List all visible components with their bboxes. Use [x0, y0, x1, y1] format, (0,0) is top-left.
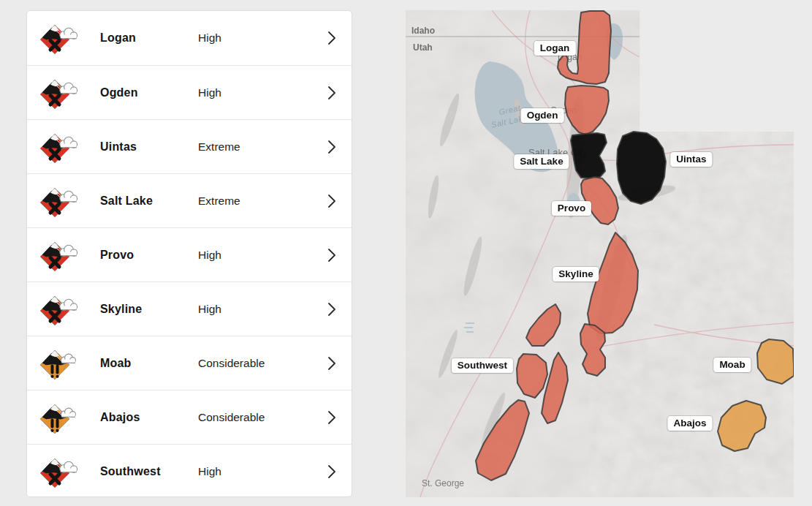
avalanche-danger-considerable-icon — [27, 400, 100, 435]
utah-terrain-map[interactable]: Idaho Utah Great Salt Lake Salt Lake Cit… — [406, 10, 794, 497]
forecast-region-list: Logan High Ogden High Uintas Extreme Sal… — [26, 10, 352, 497]
danger-level: Extreme — [198, 140, 312, 154]
map-label-moab[interactable]: Moab — [713, 358, 751, 372]
map-label-salt-lake[interactable]: Salt Lake — [514, 154, 569, 169]
map-label-skyline[interactable]: Skyline — [553, 267, 599, 282]
map-label-uintas[interactable]: Uintas — [670, 152, 712, 167]
city-label-st-george: St. George — [422, 478, 464, 488]
danger-level: Extreme — [198, 195, 312, 208]
avalanche-danger-considerable-icon — [27, 346, 100, 381]
chevron-right-icon — [312, 140, 352, 154]
map-label-southwest[interactable]: Southwest — [452, 358, 513, 373]
forecast-row-provo[interactable]: Provo High — [27, 227, 352, 282]
forecast-row-southwest[interactable]: Southwest High — [27, 444, 352, 497]
danger-level: High — [198, 31, 312, 45]
map-label-logan[interactable]: Logan — [534, 41, 576, 56]
danger-level: Considerable — [198, 411, 312, 424]
region-name: Abajos — [100, 411, 198, 424]
forecast-row-abajos[interactable]: Abajos Considerable — [27, 390, 352, 444]
avalanche-danger-extreme-icon — [27, 184, 100, 219]
chevron-right-icon — [312, 302, 352, 317]
danger-level: Considerable — [198, 357, 312, 370]
region-name: Logan — [100, 31, 198, 45]
region-name: Provo — [100, 249, 198, 262]
forecast-row-uintas[interactable]: Uintas Extreme — [27, 119, 352, 173]
avalanche-danger-extreme-icon — [27, 129, 100, 165]
state-label-idaho: Idaho — [411, 26, 435, 36]
avalanche-danger-high-icon — [27, 454, 100, 489]
map-label-abajos[interactable]: Abajos — [667, 416, 712, 431]
avalanche-danger-high-icon — [27, 292, 100, 327]
danger-level: High — [198, 465, 312, 478]
forecast-map[interactable]: Idaho Utah Great Salt Lake Salt Lake Cit… — [406, 10, 794, 497]
chevron-right-icon — [312, 356, 352, 371]
forecast-row-salt-lake[interactable]: Salt Lake Extreme — [27, 173, 352, 227]
region-name: Southwest — [100, 465, 198, 478]
region-name: Skyline — [100, 303, 198, 316]
chevron-right-icon — [312, 410, 352, 425]
danger-level: High — [198, 303, 312, 316]
region-name: Salt Lake — [100, 195, 198, 208]
avalanche-forecast-page: { "page": { "background_color": "#ebebeb… — [0, 0, 812, 506]
avalanche-danger-high-icon — [27, 75, 100, 110]
forecast-row-skyline[interactable]: Skyline High — [27, 282, 352, 336]
region-name: Ogden — [100, 86, 198, 99]
avalanche-danger-high-icon — [27, 20, 100, 56]
region-name: Uintas — [100, 140, 198, 154]
region-name: Moab — [100, 357, 198, 370]
state-label-utah: Utah — [413, 42, 433, 53]
chevron-right-icon — [312, 194, 352, 208]
forecast-row-logan[interactable]: Logan High — [27, 11, 352, 65]
map-label-provo[interactable]: Provo — [552, 201, 591, 216]
danger-level: High — [198, 86, 312, 99]
chevron-right-icon — [312, 464, 352, 479]
map-label-ogden[interactable]: Ogden — [521, 108, 564, 123]
chevron-right-icon — [312, 31, 352, 45]
chevron-right-icon — [312, 86, 352, 100]
avalanche-danger-high-icon — [27, 238, 100, 273]
forecast-row-moab[interactable]: Moab Considerable — [27, 336, 352, 390]
forecast-row-ogden[interactable]: Ogden High — [27, 65, 352, 119]
danger-level: High — [198, 249, 312, 262]
chevron-right-icon — [312, 248, 352, 263]
